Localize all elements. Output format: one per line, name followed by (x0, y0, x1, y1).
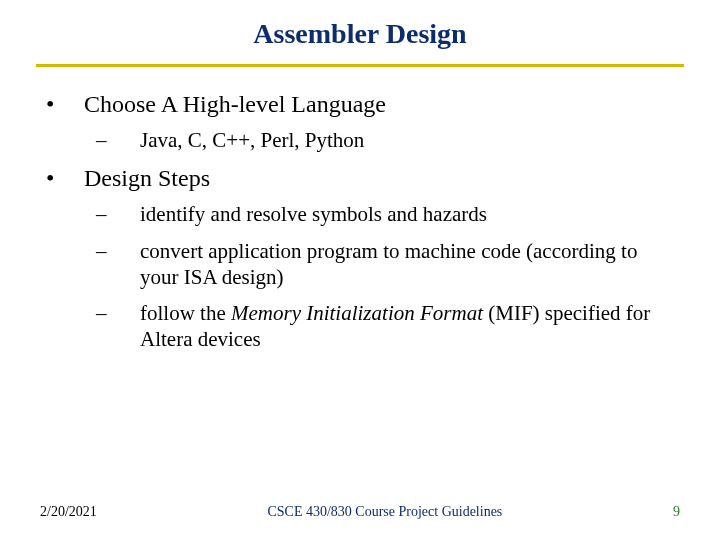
footer: 2/20/2021 CSCE 430/830 Course Project Gu… (0, 504, 720, 520)
bullet-text: Java, C, C++, Perl, Python (140, 127, 690, 153)
bullet-dash-icon: – (96, 300, 140, 353)
bullet-level2: – follow the Memory Initialization Forma… (30, 300, 690, 353)
footer-course: CSCE 430/830 Course Project Guidelines (267, 504, 502, 520)
bullet-level2: – Java, C, C++, Perl, Python (30, 127, 690, 153)
text-run: follow the (140, 301, 231, 325)
title-underline (36, 64, 684, 67)
bullet-text: follow the Memory Initialization Format … (140, 300, 690, 353)
footer-page-number: 9 (673, 504, 680, 520)
bullet-dash-icon: – (96, 238, 140, 291)
bullet-text: identify and resolve symbols and hazards (140, 201, 690, 227)
bullet-text: Design Steps (84, 163, 690, 193)
bullet-text: Choose A High-level Language (84, 89, 690, 119)
bullet-level1: • Choose A High-level Language (30, 89, 690, 119)
bullet-dash-icon: – (96, 201, 140, 227)
bullet-level2: – convert application program to machine… (30, 238, 690, 291)
bullet-level2: – identify and resolve symbols and hazar… (30, 201, 690, 227)
bullet-text: convert application program to machine c… (140, 238, 690, 291)
footer-date: 2/20/2021 (40, 504, 97, 520)
content-area: • Choose A High-level Language – Java, C… (30, 89, 690, 353)
bullet-dot-icon: • (46, 163, 84, 193)
bullet-dash-icon: – (96, 127, 140, 153)
bullet-dot-icon: • (46, 89, 84, 119)
slide: Assembler Design • Choose A High-level L… (0, 0, 720, 540)
slide-title: Assembler Design (30, 18, 690, 50)
bullet-level1: • Design Steps (30, 163, 690, 193)
text-run-italic: Memory Initialization Format (231, 301, 483, 325)
